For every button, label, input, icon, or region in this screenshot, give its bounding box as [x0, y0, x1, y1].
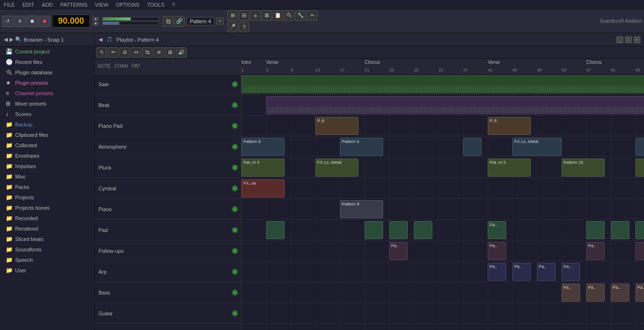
sidebar-item-clipboard-files[interactable]: 📁Clipboard files: [0, 130, 94, 140]
tb-icon4[interactable]: ⊠: [261, 10, 272, 21]
sidebar-item-recorded[interactable]: 📁Recorded: [0, 213, 94, 223]
pattern-block[interactable]: Pa..: [635, 284, 644, 302]
bpm-display[interactable]: 90.000: [52, 15, 90, 27]
pattern-block[interactable]: [611, 221, 629, 239]
pattern-block[interactable]: Pat..rn 5: [488, 159, 531, 177]
menu-options[interactable]: OPTIONS: [114, 2, 142, 8]
pattern-block[interactable]: [242, 75, 644, 93]
win-close[interactable]: ×: [634, 36, 640, 43]
track-content-bass[interactable]: Pa..Pa..Pa..Pa..Pa..: [242, 282, 644, 303]
pattern-block[interactable]: [365, 221, 383, 239]
sidebar-item-projects-bones[interactable]: 📁Projects bones: [0, 203, 94, 213]
sidebar-item-impulses[interactable]: 📁Impulses: [0, 161, 94, 171]
track-content-guitar[interactable]: Pattern 18: [242, 303, 644, 323]
sidebar-item-packs[interactable]: 📁Packs: [0, 182, 94, 192]
pl-tool-flag[interactable]: ⊞: [165, 47, 175, 58]
track-content-saw[interactable]: [242, 74, 644, 94]
menu-edit[interactable]: EDIT: [20, 2, 36, 8]
loop-btn[interactable]: ↺: [2, 16, 13, 27]
track-led[interactable]: [233, 290, 237, 295]
pattern-block[interactable]: [414, 221, 432, 239]
sidebar-item-sliced-beats[interactable]: 📁Sliced beats: [0, 234, 94, 244]
pattern-block[interactable]: FX..ne: [242, 179, 285, 197]
win-maximize[interactable]: □: [625, 36, 632, 43]
pattern-block[interactable]: Pa..: [611, 284, 629, 302]
track-content-piano[interactable]: Pattern 9Pattern 9: [242, 199, 644, 219]
track-content-cymbal[interactable]: FX..ne: [242, 178, 644, 198]
pattern-block[interactable]: Pattern 6: [340, 138, 383, 156]
sidebar-item-mixer-presets[interactable]: ⊞Mixer presets: [0, 98, 94, 109]
tb-icon3[interactable]: ≡: [250, 10, 260, 21]
tb-icon8[interactable]: ✂: [307, 10, 317, 21]
pattern-block[interactable]: Pattern 9: [340, 200, 383, 218]
track-content-arp[interactable]: Pa..Pa..Pa..Pa..Pa..Pa..Pa..Pa..Pa..Pa..…: [242, 261, 644, 282]
track-content-follow-ups[interactable]: Pa..Pa..Pa..Pa..Pa..: [242, 241, 644, 261]
pl-tool-cut[interactable]: ⊘: [119, 47, 130, 58]
pl-tool-zoom[interactable]: ⇔: [131, 47, 141, 58]
pattern-block[interactable]: Pa..: [488, 221, 506, 239]
sidebar-item-misc[interactable]: 📁Misc: [0, 171, 94, 182]
pattern-block[interactable]: Pa..: [586, 242, 605, 260]
pattern-block[interactable]: [586, 221, 605, 239]
track-content-beat[interactable]: [242, 95, 644, 115]
track-content-track13[interactable]: [242, 324, 644, 330]
pl-tool-select[interactable]: ↖: [97, 47, 107, 58]
pattern-block[interactable]: Pa..: [586, 284, 605, 302]
sidebar-item-rendered[interactable]: 📁Rendered: [0, 223, 94, 234]
pattern-block[interactable]: Pa..: [488, 242, 506, 260]
tb-icon7[interactable]: 🔧: [295, 10, 306, 21]
sidebar-item-recent-files[interactable]: 🕐Recent files: [0, 57, 94, 67]
pattern-block[interactable]: [635, 138, 644, 156]
menu-file[interactable]: FILE: [2, 2, 17, 8]
tb-icon1[interactable]: ⊞: [227, 10, 238, 21]
pl-tool-mute[interactable]: ⇆: [142, 47, 152, 58]
sidebar-item-current-project[interactable]: 💾Current project: [0, 46, 94, 57]
track-led[interactable]: [233, 165, 237, 170]
pattern-block[interactable]: [266, 96, 644, 114]
record-btn[interactable]: ⏺: [39, 16, 50, 27]
bpm-down[interactable]: ▼: [93, 22, 98, 26]
sidebar-item-projects[interactable]: 📁Projects: [0, 192, 94, 203]
add-pattern-btn[interactable]: +: [216, 18, 224, 25]
pattern-block[interactable]: Pa..: [562, 263, 580, 281]
pattern-block[interactable]: Pa..: [512, 263, 531, 281]
menu-tools[interactable]: TOOLS: [145, 2, 166, 8]
sidebar-nav-back[interactable]: ◀: [4, 36, 8, 43]
pattern-block[interactable]: [635, 159, 644, 177]
pattern-block[interactable]: Pa..: [537, 263, 555, 281]
pattern-block[interactable]: Pa..: [389, 242, 408, 260]
pattern-block[interactable]: Pa..: [488, 263, 506, 281]
chain-btn[interactable]: ⛓: [163, 16, 173, 27]
pattern-block[interactable]: Pa..: [562, 284, 580, 302]
track-led[interactable]: [233, 249, 237, 253]
pl-tool-speaker[interactable]: 🔊: [176, 47, 187, 58]
track-led[interactable]: [233, 103, 237, 107]
menu-patterns[interactable]: PATTERNS: [59, 2, 89, 8]
sidebar-nav-fwd[interactable]: ▶: [9, 36, 13, 43]
track-content-pluck[interactable]: Pat..rn 5FX Lo..MetalPat..rn 5Pattern 16…: [242, 157, 644, 178]
progress-bar[interactable]: [102, 17, 159, 21]
track-led[interactable]: [233, 124, 237, 128]
track-led[interactable]: [233, 228, 237, 232]
pattern-block[interactable]: [389, 221, 408, 239]
track-led[interactable]: [233, 269, 237, 274]
tb-icon5[interactable]: 📋: [273, 10, 283, 21]
pattern-block[interactable]: FX Lo..Metal: [512, 138, 562, 156]
pattern-block[interactable]: [635, 221, 644, 239]
tb-help[interactable]: ?: [239, 22, 249, 32]
sidebar-item-collected[interactable]: 📁Collected: [0, 140, 94, 151]
track-led[interactable]: [233, 311, 237, 316]
pl-tool-brush[interactable]: ✏: [108, 47, 118, 58]
progress-bar2[interactable]: [102, 21, 159, 25]
track-led[interactable]: [233, 144, 237, 149]
tb-icon6[interactable]: 🔌: [284, 10, 295, 21]
pattern-block[interactable]: P..8: [488, 117, 531, 135]
sidebar-item-soundfonts[interactable]: 📁Soundfonts: [0, 244, 94, 255]
track-led[interactable]: [233, 186, 237, 191]
tb-icon9[interactable]: 🎤: [227, 22, 238, 32]
pattern-block[interactable]: FX Lo..Metal: [315, 159, 358, 177]
pattern-block[interactable]: [635, 242, 644, 260]
tb-icon2[interactable]: ⊟: [239, 10, 249, 21]
pattern-selector[interactable]: Pattern 4: [187, 17, 215, 26]
pause-btn[interactable]: ⏸: [14, 16, 26, 27]
